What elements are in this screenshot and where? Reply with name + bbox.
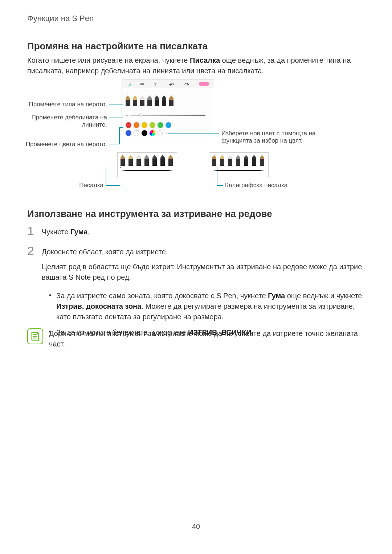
step-number: 1 [27, 224, 34, 238]
color-row-2 [126, 130, 163, 136]
heading-eraser: Използване на инструмента за изтриване н… [27, 208, 272, 219]
intro-bold: Писалка [190, 56, 220, 64]
step1-bold: Гума [70, 228, 87, 236]
pen-tip-icon [160, 155, 165, 166]
callout-line [217, 167, 217, 185]
pen-tip-icon [212, 155, 216, 166]
b1-pre: За да изтриете само зоната, която докосв… [56, 292, 268, 300]
undo-icon: ↶ [169, 81, 174, 86]
pen-tip-icon [126, 95, 130, 106]
color-swatch [150, 122, 155, 128]
page-number: 40 [0, 522, 392, 531]
step-body: Чукнете Гума. [42, 227, 365, 237]
note-text: Дори с по-малък инструмент за изтриване … [49, 328, 365, 349]
color-swatch [150, 130, 155, 136]
pen-tip-icon [236, 155, 240, 166]
color-swatch [142, 130, 147, 136]
pen-tip-icon [152, 155, 157, 166]
pen-tip-icon [121, 155, 125, 166]
pen-row [212, 155, 264, 166]
pen-type-row [126, 95, 173, 106]
callout-picker-2: функцията за избор на цвят. [221, 137, 338, 144]
stroke-preview [121, 170, 173, 171]
thickness-handle [139, 114, 142, 116]
b1-mid: още веднъж и чукнете [285, 292, 362, 300]
pen-tip-icon [155, 95, 159, 106]
eraser-icon [140, 83, 144, 85]
color-swatch [158, 122, 163, 128]
pen-tip-icon [228, 155, 232, 166]
minus-icon: − [126, 113, 128, 118]
pen-tip-icon [147, 95, 152, 106]
pen-icon [126, 81, 131, 86]
thickness-slider: − + [126, 113, 210, 118]
color-swatch [142, 122, 147, 128]
diagram-area: ↶ ↷ − + [27, 79, 365, 195]
calligraphy-preview-panel [209, 152, 269, 177]
plus-icon: + [208, 113, 210, 118]
section-header: Функции на S Pen [27, 14, 94, 23]
callout-picker-1: Изберете нов цвят с помощта на [221, 130, 338, 137]
callout-line [109, 118, 123, 118]
callout-line [168, 133, 219, 134]
pen-toolbar: ↶ ↷ [122, 79, 214, 88]
pen-tip-icon [144, 155, 149, 166]
callout-line [109, 144, 119, 144]
intro-pre: Когато пишете или рисувате на екрана, чу… [27, 56, 190, 64]
callout-thickness-2: линиите. [9, 121, 107, 128]
b1-bold2: Изтрив. докосната зона [56, 302, 141, 310]
heading-pen-settings: Промяна на настройките на писалката [27, 41, 208, 52]
pen-tip-icon [140, 95, 144, 106]
pen-tip-icon [133, 95, 137, 106]
pen-tip-icon [244, 155, 248, 166]
callout-line [119, 127, 120, 144]
color-swatch [126, 130, 131, 136]
note-row: Дори с по-малък инструмент за изтриване … [27, 328, 365, 349]
pen-tip-icon [168, 155, 173, 166]
callout-pen-label: Писалка [60, 182, 103, 189]
stroke-preview [213, 170, 265, 171]
pen-tip-icon [169, 95, 173, 106]
color-swatch [126, 122, 131, 128]
pen-row [121, 155, 173, 166]
intro-paragraph: Когато пишете или рисувате на екрана, чу… [27, 55, 365, 76]
pen-tip-icon [260, 155, 264, 166]
callout-line [106, 167, 106, 185]
callout-line [119, 127, 123, 128]
bullet-item: За да изтриете само зоната, която докосв… [48, 291, 365, 322]
step2-line2: Целият ред в областта ще бъде изтрит. Ин… [42, 262, 365, 283]
callout-calligraphy-label: Калиграфска писалка [225, 182, 305, 189]
pen-settings-panel: ↶ ↷ − + [122, 79, 214, 138]
step-1: 1 Чукнете Гума. [27, 227, 365, 237]
callout-pen-type: Променете типа на перото. [9, 101, 107, 108]
thickness-bar [130, 115, 205, 116]
callout-line [106, 185, 120, 186]
color-picker-icon [158, 130, 163, 135]
redo-icon: ↷ [184, 81, 189, 86]
left-margin-marker [19, 0, 19, 25]
step1-post: . [87, 228, 90, 236]
callout-line [109, 104, 123, 104]
pen-tip-icon [252, 155, 256, 166]
callout-line [217, 185, 223, 186]
callout-thickness-1: Променете дебелината на [9, 114, 107, 121]
pen-tip-icon [162, 95, 166, 106]
b1-bold1: Гума [268, 292, 285, 300]
step1-pre: Чукнете [42, 228, 70, 236]
step-body: Докоснете област, която да изтриете. Цел… [42, 247, 365, 338]
step2-line1: Докоснете област, която да изтриете. [42, 247, 365, 257]
color-row-1 [126, 122, 171, 128]
callout-line [120, 167, 121, 168]
pen-preview-panel [117, 152, 177, 177]
step-number: 2 [27, 244, 34, 258]
pen-tip-icon [220, 155, 224, 166]
pen-tip-icon [136, 155, 141, 166]
text-icon [154, 81, 159, 86]
color-swatch [134, 122, 139, 128]
note-icon [27, 328, 43, 344]
pen-tip-icon [128, 155, 133, 166]
color-swatch [166, 122, 171, 128]
more-icon [199, 82, 209, 86]
color-swatch [134, 130, 139, 136]
callout-color: Променете цвета на перото. [9, 141, 107, 148]
